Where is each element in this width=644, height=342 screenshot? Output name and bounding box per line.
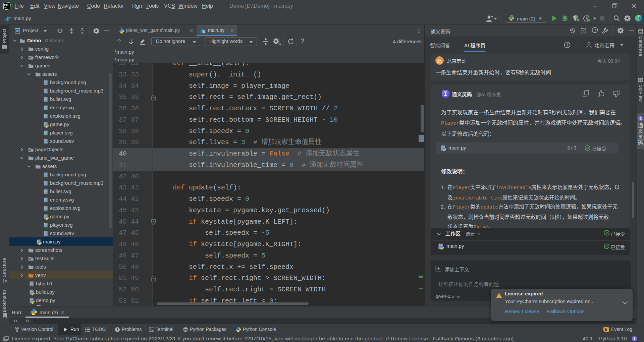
svg-text:Database: Database [638,36,643,56]
svg-text:Project: Project [2,28,7,43]
svg-text:Bookmarks: Bookmarks [2,289,7,312]
svg-text:SciView: SciView [638,85,643,102]
svg-text:?: ? [594,28,596,32]
svg-text:Structure: Structure [2,258,7,277]
